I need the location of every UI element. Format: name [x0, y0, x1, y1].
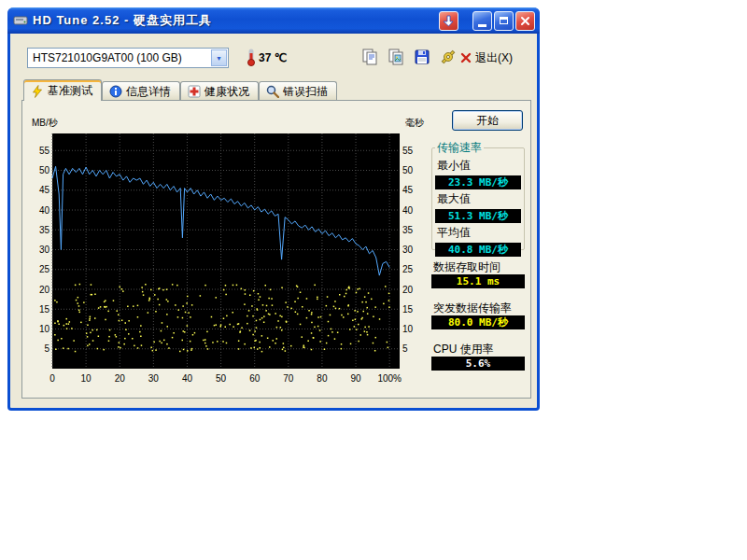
svg-text:80: 80	[317, 373, 328, 384]
options-button[interactable]	[438, 48, 458, 68]
copy-text-button[interactable]	[359, 48, 380, 68]
access-time-label: 数据存取时间	[433, 259, 500, 275]
svg-text:毫秒: 毫秒	[405, 118, 425, 128]
max-label: 最大值	[437, 191, 521, 207]
red-x-icon	[460, 52, 472, 63]
cpu-usage-label: CPU 使用率	[433, 342, 494, 357]
window-title: HD Tune 2.52 - 硬盘实用工具	[33, 12, 437, 29]
svg-text:10: 10	[39, 324, 50, 334]
burst-rate-label: 突发数据传输率	[433, 301, 512, 316]
tab-benchmark[interactable]: 基准测试	[23, 79, 102, 101]
benchmark-page: 5510101515202025253030353540404545505055…	[21, 100, 531, 399]
transfer-rate-group: 传输速率 最小值 23.3 MB/秒 最大值 51.3 MB/秒 平均值 40.…	[431, 140, 525, 250]
svg-text:25: 25	[402, 264, 414, 274]
svg-text:20: 20	[115, 373, 126, 384]
tab-benchmark-label: 基准测试	[48, 83, 92, 99]
svg-text:30: 30	[402, 245, 414, 255]
svg-text:5: 5	[44, 343, 49, 354]
svg-text:70: 70	[283, 373, 294, 384]
exit-label: 退出(X)	[475, 50, 513, 66]
svg-text:55: 55	[39, 146, 50, 156]
toolbar: HTS721010G9AT00 (100 GB) ▼ 37 ℃	[10, 34, 537, 78]
svg-text:60: 60	[249, 373, 261, 384]
start-button[interactable]: 开始	[452, 110, 523, 131]
svg-text:20: 20	[402, 285, 414, 295]
down-arrow-icon	[444, 15, 454, 27]
access-time-value: 15.1 ms	[431, 274, 525, 288]
svg-text:90: 90	[350, 373, 361, 384]
close-button[interactable]	[515, 11, 535, 31]
info-circle-icon	[109, 85, 122, 98]
maximize-button[interactable]	[494, 11, 514, 31]
tab-error-scan-label: 错误扫描	[283, 84, 328, 100]
svg-text:15: 15	[402, 304, 414, 315]
titlebar[interactable]: HD Tune 2.52 - 硬盘实用工具	[7, 7, 540, 34]
tab-info[interactable]: 信息详情	[102, 81, 180, 100]
max-value: 51.3 MB/秒	[435, 209, 521, 223]
minimize-icon	[478, 24, 486, 27]
maximize-icon	[500, 17, 508, 24]
thermometer-icon	[246, 49, 257, 67]
svg-text:5: 5	[402, 343, 408, 354]
svg-text:0: 0	[49, 373, 55, 384]
update-download-button[interactable]	[439, 11, 458, 31]
app-icon	[12, 12, 29, 29]
svg-text:35: 35	[39, 225, 50, 235]
svg-text:55: 55	[402, 146, 414, 156]
min-label: 最小值	[437, 158, 521, 174]
magnifier-icon	[266, 85, 279, 98]
temperature-value: 37 ℃	[259, 51, 287, 64]
copy-image-icon	[388, 49, 404, 65]
toolbar-icons	[359, 48, 458, 68]
copy-pages-icon	[361, 49, 378, 65]
avg-label: 平均值	[437, 225, 521, 241]
svg-text:10: 10	[81, 373, 92, 384]
svg-text:45: 45	[402, 185, 414, 195]
svg-text:35: 35	[402, 225, 414, 235]
save-button[interactable]	[412, 48, 432, 68]
svg-text:25: 25	[39, 264, 50, 274]
avg-value: 40.8 MB/秒	[435, 243, 521, 257]
results-panel: 开始 传输速率 最小值 23.3 MB/秒 最大值 51.3 MB/秒 平均值 …	[428, 103, 529, 394]
svg-text:40: 40	[402, 205, 414, 216]
svg-text:50: 50	[216, 373, 227, 384]
drive-selector[interactable]: HTS721010G9AT00 (100 GB) ▼	[27, 48, 229, 68]
burst-rate-value: 80.0 MB/秒	[431, 315, 525, 329]
cpu-usage-value: 5.6%	[431, 357, 525, 371]
svg-text:100%: 100%	[377, 373, 402, 384]
min-value: 23.3 MB/秒	[435, 175, 521, 189]
red-cross-icon	[188, 85, 201, 98]
svg-text:30: 30	[148, 373, 160, 384]
tab-error-scan[interactable]: 错误扫描	[259, 81, 337, 100]
svg-text:50: 50	[39, 165, 50, 175]
copy-image-button[interactable]	[386, 48, 406, 68]
transfer-rate-group-label: 传输速率	[435, 140, 484, 156]
svg-text:45: 45	[39, 185, 50, 195]
svg-text:40: 40	[182, 373, 193, 384]
exit-button[interactable]: 退出(X)	[460, 48, 513, 68]
svg-text:40: 40	[39, 205, 50, 216]
window-controls	[437, 11, 535, 31]
svg-text:10: 10	[402, 324, 414, 334]
gear-icon	[440, 49, 457, 65]
tab-health[interactable]: 健康状况	[180, 81, 259, 100]
hdtune-window: HD Tune 2.52 - 硬盘实用工具 HTS721010G9AT00 (1	[7, 7, 540, 411]
svg-text:MB/秒: MB/秒	[32, 118, 59, 128]
tab-info-label: 信息详情	[126, 84, 171, 100]
tab-health-label: 健康状况	[204, 84, 249, 100]
tab-bar: 基准测试 信息详情 健康状况	[23, 79, 337, 100]
drive-selector-value: HTS721010G9AT00 (100 GB)	[28, 51, 210, 64]
lightning-icon	[31, 85, 44, 98]
svg-text:20: 20	[39, 285, 50, 295]
svg-text:30: 30	[39, 245, 50, 255]
svg-text:15: 15	[39, 304, 50, 315]
floppy-disk-icon	[414, 49, 430, 65]
chevron-down-icon[interactable]: ▼	[211, 49, 227, 66]
svg-text:50: 50	[402, 165, 414, 175]
benchmark-chart: 5510101515202025253030353540404545505055…	[30, 106, 426, 386]
close-icon	[520, 16, 530, 26]
minimize-button[interactable]	[472, 11, 492, 31]
